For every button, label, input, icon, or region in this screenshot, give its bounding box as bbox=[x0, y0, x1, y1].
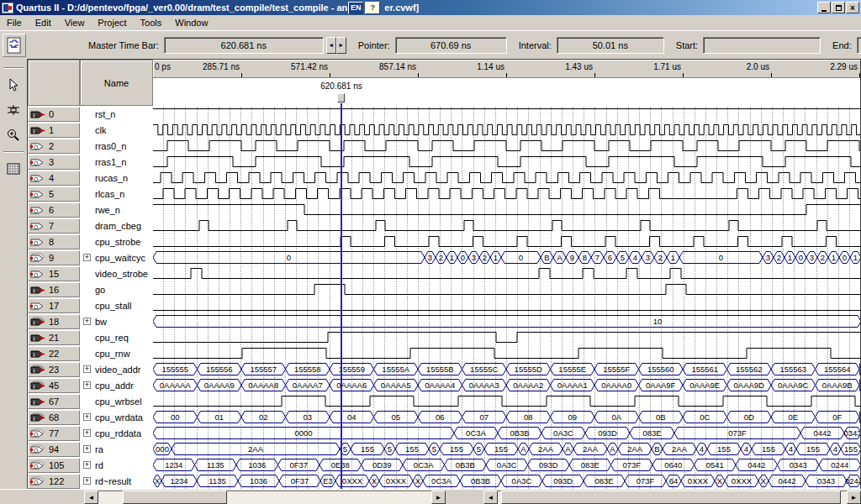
signal-name-cell[interactable]: rlcas_n bbox=[80, 186, 153, 202]
waveform-row-cpu_rnw[interactable] bbox=[153, 345, 861, 361]
waveform-row-rwe_n[interactable] bbox=[153, 202, 861, 218]
waveform-row-rucas_n[interactable] bbox=[153, 170, 861, 186]
row-number-cell[interactable]: O122 bbox=[28, 474, 80, 489]
expand-icon[interactable]: + bbox=[83, 254, 91, 261]
row-number-cell[interactable]: O9 bbox=[28, 250, 80, 265]
pointer-tool-button[interactable] bbox=[3, 74, 24, 96]
scrollbar-thumb[interactable] bbox=[123, 491, 227, 504]
expand-icon[interactable]: + bbox=[83, 461, 91, 469]
waveform-row-cpu_wrdata[interactable]: 000102030405060708090A0B0C0D0E0F bbox=[153, 409, 861, 425]
row-number-cell[interactable]: I1 bbox=[28, 123, 80, 138]
expand-icon[interactable]: + bbox=[83, 318, 91, 325]
waveform-editor-button[interactable] bbox=[3, 34, 26, 57]
toolbar-field-value-3[interactable] bbox=[703, 37, 821, 54]
scroll-right-icon[interactable]: ► bbox=[431, 491, 446, 504]
row-number-cell[interactable]: O4 bbox=[28, 171, 80, 186]
scrollbar-thumb[interactable] bbox=[501, 491, 841, 504]
signal-name-cell[interactable]: +rd~result bbox=[80, 473, 153, 489]
time-bar-next-icon[interactable]: ► bbox=[336, 37, 346, 54]
waveform-row-cpu_waitcyc[interactable]: 032103210BA9876543210321032101 bbox=[153, 249, 861, 265]
waveform-row-rd[interactable]: 1234113510360F370E380D390C3A0B3B0A3C093D… bbox=[153, 457, 861, 473]
expand-icon[interactable]: + bbox=[83, 365, 91, 373]
signal-name-cell[interactable]: +video_addr bbox=[80, 361, 153, 377]
row-number-cell[interactable]: O15 bbox=[28, 266, 80, 281]
waveform-row-dram_cbeg[interactable] bbox=[153, 218, 861, 234]
waveform-row-clk[interactable] bbox=[153, 122, 861, 138]
waveform-row-cpu_strobe[interactable] bbox=[153, 234, 861, 249]
toolbar-field-value-2[interactable]: 50.01 ns bbox=[557, 37, 664, 54]
row-number-cell[interactable]: I18 bbox=[28, 314, 80, 329]
row-number-cell[interactable]: O105 bbox=[28, 458, 80, 473]
toolbar-field-value-1[interactable]: 670.69 ns bbox=[395, 37, 507, 54]
master-time-bar-strip[interactable]: 620.681 ns bbox=[153, 78, 861, 106]
minimize-button[interactable] bbox=[817, 2, 831, 13]
grid-tool-button[interactable] bbox=[3, 158, 24, 180]
signal-name-cell[interactable]: rwe_n bbox=[80, 202, 153, 218]
scroll-left-icon[interactable]: ◄ bbox=[84, 491, 98, 504]
row-number-cell[interactable]: I23 bbox=[28, 362, 80, 377]
scroll-right-icon[interactable]: ► bbox=[847, 491, 861, 504]
time-bar-prev-icon[interactable]: ◄ bbox=[326, 37, 336, 54]
waveform-row-cpu_req[interactable] bbox=[153, 329, 861, 345]
waveform-row-bw[interactable]: 10 bbox=[153, 313, 861, 329]
expand-icon[interactable]: + bbox=[83, 445, 91, 453]
expand-icon[interactable]: + bbox=[83, 413, 91, 421]
master-time-bar-handle[interactable] bbox=[337, 93, 345, 102]
signal-name-cell[interactable]: +cpu_addr bbox=[80, 377, 153, 393]
menu-tools[interactable]: Tools bbox=[134, 16, 169, 29]
signal-name-cell[interactable]: rucas_n bbox=[80, 170, 153, 186]
waveform-row-cpu_addr[interactable]: 0AAAAA0AAAA90AAAA80AAAA70AAAA60AAAA50AAA… bbox=[153, 377, 861, 393]
edit-tool-button[interactable] bbox=[3, 99, 24, 121]
close-button[interactable]: × bbox=[846, 2, 859, 13]
signal-name-cell[interactable]: cpu_wrbsel bbox=[80, 393, 153, 409]
signal-name-cell[interactable]: rras1_n bbox=[80, 154, 153, 170]
row-number-cell[interactable]: O3 bbox=[28, 155, 80, 170]
restore-button[interactable] bbox=[832, 2, 845, 13]
row-number-cell[interactable]: O17 bbox=[28, 298, 80, 313]
row-number-cell[interactable]: I67 bbox=[28, 394, 80, 409]
signal-name-cell[interactable]: clk bbox=[80, 122, 153, 138]
waveform-row-rras1_n[interactable] bbox=[153, 154, 861, 170]
language-help-icon[interactable]: ? bbox=[365, 2, 380, 14]
waveform-scrollbar[interactable]: ◄ ► bbox=[483, 491, 861, 504]
expand-icon[interactable]: + bbox=[83, 381, 91, 389]
signal-name-cell[interactable]: +cpu_waitcyc bbox=[80, 249, 153, 265]
row-number-cell[interactable]: I68 bbox=[28, 410, 80, 425]
timeline-ruler[interactable]: 0 ps285.71 ns571.42 ns857.14 ns1.14 us1.… bbox=[153, 60, 861, 78]
waveform-row-video_strobe[interactable] bbox=[153, 265, 861, 281]
waveform-row-rras0_n[interactable] bbox=[153, 138, 861, 154]
row-number-cell[interactable]: O77 bbox=[28, 426, 80, 441]
row-number-cell[interactable]: I22 bbox=[28, 346, 80, 361]
row-number-cell[interactable]: O94 bbox=[28, 442, 80, 457]
signal-name-cell[interactable]: +cpu_wrdata bbox=[80, 409, 153, 425]
waveform-row-rd~result[interactable]: X1234113510360F37E30XXXX0XXXX0C3A0B3B0A3… bbox=[153, 473, 861, 489]
waveform-row-ra[interactable]: 0002AA5155515551555155A2AAA2AAA2AAB2AA41… bbox=[153, 441, 861, 457]
signal-name-cell[interactable]: go bbox=[80, 281, 153, 297]
waveform-row-rlcas_n[interactable] bbox=[153, 186, 861, 202]
row-number-cell[interactable]: I16 bbox=[28, 282, 80, 297]
zoom-tool-button[interactable] bbox=[3, 124, 24, 146]
signal-name-cell[interactable]: cpu_rnw bbox=[80, 345, 153, 361]
row-number-cell[interactable]: I21 bbox=[28, 330, 80, 345]
signal-name-cell[interactable]: +ra bbox=[80, 441, 153, 457]
master-time-bar-line[interactable] bbox=[341, 103, 342, 489]
signal-name-cell[interactable]: rst_n bbox=[80, 106, 153, 122]
signal-name-cell[interactable]: rras0_n bbox=[80, 138, 153, 154]
row-number-cell[interactable]: I0 bbox=[28, 107, 80, 122]
name-panel-scrollbar[interactable]: ◄ ► bbox=[84, 491, 446, 504]
menu-file[interactable]: File bbox=[0, 16, 29, 29]
waveform-row-video_addr[interactable]: 15555515555615555715555815555915555A1555… bbox=[153, 361, 861, 377]
signal-name-cell[interactable]: +cpu_rddata bbox=[80, 425, 153, 441]
signal-name-cell[interactable]: +rd bbox=[80, 457, 153, 473]
signal-name-cell[interactable]: +bw bbox=[80, 313, 153, 329]
row-number-cell[interactable]: O8 bbox=[28, 234, 80, 249]
row-number-cell[interactable]: I45 bbox=[28, 378, 80, 393]
scroll-left-icon[interactable]: ◄ bbox=[483, 491, 498, 504]
row-number-cell[interactable]: O7 bbox=[28, 218, 80, 234]
menu-project[interactable]: Project bbox=[91, 16, 133, 29]
signal-name-cell[interactable]: cpu_req bbox=[80, 329, 153, 345]
waveform-row-cpu_rddata[interactable]: 00000C3A0B3B0A3C093D083E073F04420343 bbox=[153, 425, 861, 441]
toolbar-field-value-4[interactable] bbox=[857, 37, 861, 54]
menu-edit[interactable]: Edit bbox=[29, 16, 58, 29]
row-number-cell[interactable]: O2 bbox=[28, 139, 80, 154]
